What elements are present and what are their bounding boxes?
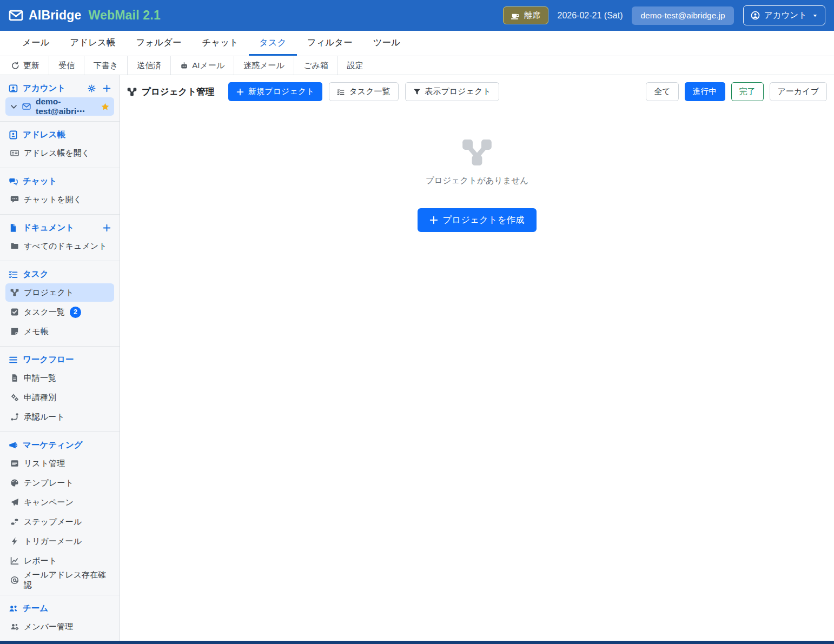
bottom-edge-bar — [0, 641, 834, 644]
section-header-チーム[interactable]: チーム — [5, 601, 114, 616]
gears-icon — [10, 393, 19, 402]
plus-icon[interactable] — [103, 84, 111, 92]
product-name: WebMail 2.1 — [88, 8, 160, 23]
tab-アドレス帳[interactable]: アドレス帳 — [59, 31, 125, 56]
steps-icon — [10, 517, 19, 526]
toolbar-item-下書き[interactable]: 下書き — [84, 56, 127, 75]
tab-フォルダー[interactable]: フォルダー — [125, 31, 191, 56]
user-gear-icon — [10, 622, 19, 631]
sidebar-section-タスク: タスクプロジェクトタスク一覧2メモ帳 — [0, 261, 120, 347]
section-header-ワークフロー[interactable]: ワークフロー — [5, 352, 114, 368]
toolbar-item-label: 更新 — [23, 61, 39, 71]
section-header-ドキュメント[interactable]: ドキュメント — [5, 220, 114, 236]
item-label: 申請種別 — [24, 393, 56, 403]
account-menu-button[interactable]: アカウント — [743, 5, 825, 25]
plus-icon[interactable] — [103, 224, 111, 232]
sidebar-item-レポート[interactable]: レポート — [5, 552, 114, 570]
toolbar-item-label: 受信 — [58, 61, 75, 71]
section-title: ドキュメント — [23, 222, 74, 234]
section-header-アカウント[interactable]: アカウント — [5, 81, 114, 96]
plus-icon — [429, 216, 438, 224]
section-title: チーム — [23, 603, 48, 614]
sidebar-item-メモ帳[interactable]: メモ帳 — [5, 322, 114, 341]
toolbar-item-ごみ箱[interactable]: ごみ箱 — [294, 56, 337, 75]
sidebar-item-ステップメール[interactable]: ステップメール — [5, 513, 114, 531]
toolbar-item-更新[interactable]: 更新 — [2, 56, 49, 75]
sidebar-item-テンプレート[interactable]: テンプレート — [5, 474, 114, 492]
item-label: テンプレート — [24, 478, 74, 488]
chevron-down-icon — [10, 103, 17, 110]
sidebar-item-タスク一覧[interactable]: タスク一覧2 — [5, 303, 114, 321]
note-icon — [10, 327, 19, 336]
toolbar-item-受信[interactable]: 受信 — [49, 56, 84, 75]
tab-チャット[interactable]: チャット — [191, 31, 249, 56]
route-icon — [10, 413, 19, 421]
user-box-icon — [9, 84, 18, 93]
tab-ツール[interactable]: ツール — [363, 31, 411, 56]
sidebar-item-申請一覧[interactable]: 申請一覧 — [5, 369, 114, 387]
tab-タスク[interactable]: タスク — [249, 31, 297, 56]
sidebar-item-アドレス帳を開く[interactable]: アドレス帳を開く — [5, 144, 114, 162]
section-title: チャット — [23, 176, 57, 187]
filter-button-アーカイブ[interactable]: アーカイブ — [770, 82, 827, 101]
filter-button-全て[interactable]: 全て — [646, 82, 678, 101]
sidebar-item-プロジェクト[interactable]: プロジェクト — [5, 283, 114, 302]
sidebar-item-メンバー管理[interactable]: メンバー管理 — [5, 618, 114, 636]
app-window: AIBridge WebMail 2.1 離席 2026-02-21 (Sat)… — [0, 0, 834, 644]
item-label: メンバー管理 — [24, 622, 73, 632]
toolbar-item-label: 下書き — [94, 61, 118, 71]
tasks-icon — [9, 270, 18, 279]
sidebar-item-チャットを開く[interactable]: チャットを開く — [5, 190, 114, 209]
sidebar-item-リスト管理[interactable]: リスト管理 — [5, 454, 114, 473]
tab-bar: メールアドレス帳フォルダーチャットタスクフィルターツール — [0, 31, 834, 56]
caret-down-icon — [812, 13, 818, 18]
toolbar-item-迷惑メール[interactable]: 迷惑メール — [234, 56, 294, 75]
page-title-text: プロジェクト管理 — [142, 86, 214, 98]
sidebar-section-アドレス帳: アドレス帳アドレス帳を開く — [0, 122, 120, 168]
sidebar-section-チャット: チャットチャットを開く — [0, 168, 120, 215]
sidebar-item-メールアドレス存在確認[interactable]: メールアドレス存在確認 — [5, 571, 114, 589]
sidebar-item-トリガーメール[interactable]: トリガーメール — [5, 532, 114, 550]
section-header-タスク[interactable]: タスク — [5, 267, 114, 282]
current-date: 2026-02-21 (Sat) — [558, 11, 623, 21]
item-label: メモ帳 — [24, 327, 49, 337]
account-label: アカウント — [764, 10, 807, 21]
toolbar-item-設定[interactable]: 設定 — [337, 56, 373, 75]
toolbar-item-送信済[interactable]: 送信済 — [127, 56, 170, 75]
paper-plane-icon — [10, 498, 19, 507]
create-project-button[interactable]: プロジェクトを作成 — [418, 208, 536, 232]
palette-icon — [10, 479, 19, 487]
plus-icon — [236, 88, 244, 96]
action-button-新規プロジェクト[interactable]: 新規プロジェクト — [228, 82, 322, 101]
section-header-マーケティング[interactable]: マーケティング — [5, 437, 114, 453]
tab-フィルター[interactable]: フィルター — [297, 31, 363, 56]
toolbar-item-label: 迷惑メール — [243, 61, 284, 71]
chat-dots-icon — [10, 195, 19, 204]
logged-in-email[interactable]: demo-test@aibridge.jp — [632, 6, 733, 25]
brand-name: AIBridge — [29, 8, 81, 23]
filter-button-進行中[interactable]: 進行中 — [685, 82, 725, 101]
filter-button-完了[interactable]: 完了 — [731, 82, 764, 101]
item-label: メールアドレス存在確認 — [24, 570, 109, 590]
away-status-button[interactable]: 離席 — [503, 6, 548, 24]
item-label: トリガーメール — [24, 536, 82, 547]
section-title: マーケティング — [23, 440, 83, 451]
action-button-表示プロジェクト[interactable]: 表示プロジェクト — [405, 82, 499, 101]
gear-icon[interactable] — [88, 84, 96, 92]
sidebar-section-チーム: チームメンバー管理 — [0, 595, 120, 642]
section-header-チャット[interactable]: チャット — [5, 174, 114, 189]
item-label: チャットを開く — [24, 195, 82, 205]
main-header-row: プロジェクト管理 新規プロジェクトタスク一覧表示プロジェクト 全て進行中完了アー… — [120, 75, 834, 101]
sidebar-item-demo-test@aibri⋯[interactable]: demo-test@aibri⋯ — [5, 97, 114, 116]
item-label: キャンペーン — [24, 497, 74, 508]
tab-メール[interactable]: メール — [12, 31, 59, 56]
sidebar-item-承認ルート[interactable]: 承認ルート — [5, 408, 114, 426]
sidebar-item-キャンペーン[interactable]: キャンペーン — [5, 493, 114, 512]
sidebar-item-申請種別[interactable]: 申請種別 — [5, 388, 114, 407]
sidebar-item-すべてのドキュメント[interactable]: すべてのドキュメント — [5, 237, 114, 255]
section-header-アドレス帳[interactable]: アドレス帳 — [5, 127, 114, 143]
sidebar: アカウントdemo-test@aibri⋯アドレス帳アドレス帳を開くチャットチャ… — [0, 75, 120, 644]
section-title: ワークフロー — [23, 354, 74, 366]
action-button-タスク一覧[interactable]: タスク一覧 — [329, 82, 398, 101]
toolbar-item-AIメール[interactable]: AIメール — [170, 56, 234, 75]
